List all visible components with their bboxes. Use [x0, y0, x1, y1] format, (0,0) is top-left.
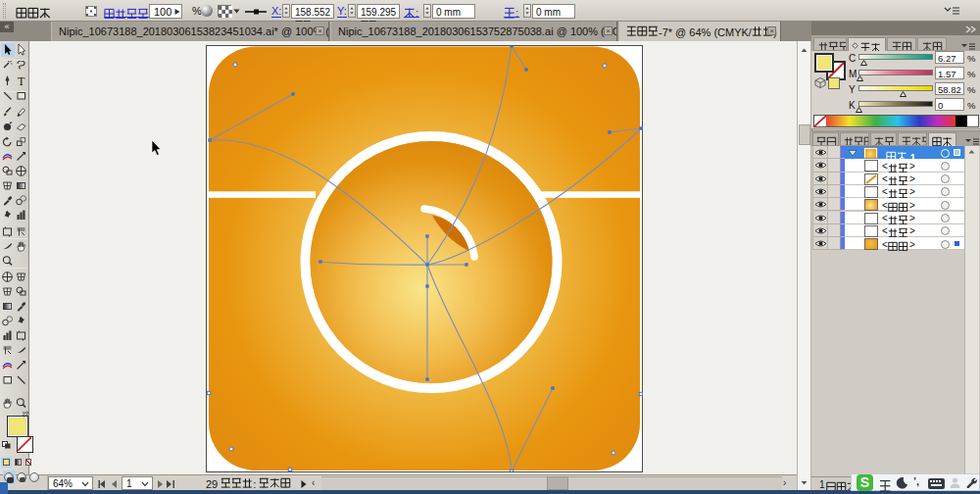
svg-text:T: T: [18, 74, 25, 87]
